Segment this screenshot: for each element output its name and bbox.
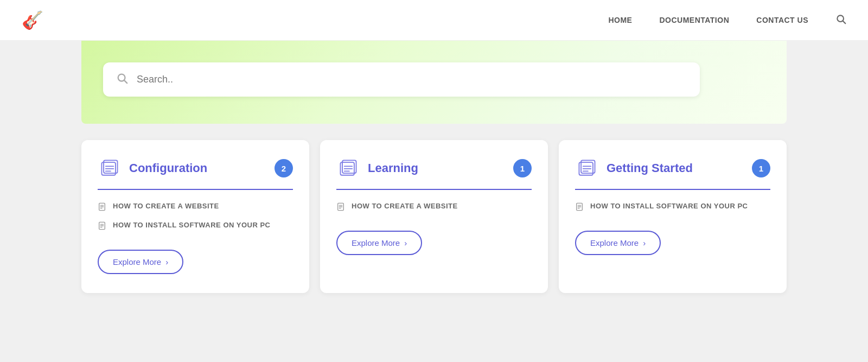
card-configuration-title: Configuration [129, 161, 267, 175]
card-configuration-header: Configuration 2 [98, 156, 293, 180]
search-container [103, 62, 700, 97]
card-learning-header: Learning 1 [336, 156, 532, 180]
navbar-left: 🎸 [22, 10, 43, 30]
card-configuration-divider [98, 189, 293, 190]
card-learning-title: Learning [368, 161, 506, 175]
logo-icon: 🎸 [22, 10, 43, 30]
card-configuration-item-0: HOW TO CREATE A WEBSITE [98, 202, 293, 213]
document-icon-learning-0 [336, 202, 345, 213]
card-configuration-badge: 2 [275, 159, 293, 177]
search-icon [116, 72, 128, 87]
navbar: 🎸 HOME DOCUMENTATION CONTACT US [0, 0, 868, 41]
card-learning-badge: 1 [513, 159, 532, 177]
hero-banner [81, 41, 787, 124]
card-learning: Learning 1 HOW TO CREATE A WEBSITE Explo… [320, 140, 548, 293]
card-configuration-item-text-1: HOW TO INSTALL SOFTWARE ON YOUR PC [113, 221, 271, 229]
card-learning-item-text-0: HOW TO CREATE A WEBSITE [352, 202, 458, 210]
card-learning-icon [336, 156, 360, 180]
nav-documentation[interactable]: DOCUMENTATION [659, 16, 729, 24]
search-nav-icon[interactable] [835, 14, 846, 27]
nav-home[interactable]: HOME [608, 16, 632, 24]
card-learning-divider [336, 189, 532, 190]
document-icon-0 [98, 202, 106, 213]
card-configuration-item-1: HOW TO INSTALL SOFTWARE ON YOUR PC [98, 221, 293, 232]
document-icon-gs-0 [575, 202, 584, 213]
card-getting-started-badge: 1 [752, 159, 770, 177]
card-getting-started-divider [575, 189, 770, 190]
card-getting-started: Getting Started 1 HOW TO INSTALL SOFTWAR… [559, 140, 787, 293]
card-configuration-item-text-0: HOW TO CREATE A WEBSITE [113, 202, 219, 210]
card-getting-started-header: Getting Started 1 [575, 156, 770, 180]
explore-more-getting-started[interactable]: Explore More › [575, 231, 661, 255]
nav-contact[interactable]: CONTACT US [756, 16, 808, 24]
card-getting-started-item-0: HOW TO INSTALL SOFTWARE ON YOUR PC [575, 202, 770, 213]
explore-more-learning[interactable]: Explore More › [336, 231, 422, 255]
explore-more-configuration[interactable]: Explore More › [98, 250, 183, 274]
card-learning-item-0: HOW TO CREATE A WEBSITE [336, 202, 532, 213]
svg-line-3 [124, 80, 127, 83]
card-getting-started-item-text-0: HOW TO INSTALL SOFTWARE ON YOUR PC [590, 202, 748, 210]
card-getting-started-title: Getting Started [607, 161, 744, 175]
navbar-right: HOME DOCUMENTATION CONTACT US [608, 14, 846, 27]
card-configuration: Configuration 2 HOW TO CREATE A WEBSITE [81, 140, 309, 293]
svg-line-1 [843, 21, 846, 23]
search-input[interactable] [137, 74, 687, 85]
card-getting-started-icon [575, 156, 599, 180]
card-configuration-icon [98, 156, 122, 180]
cards-section: Configuration 2 HOW TO CREATE A WEBSITE [81, 140, 787, 315]
document-icon-1 [98, 221, 106, 232]
